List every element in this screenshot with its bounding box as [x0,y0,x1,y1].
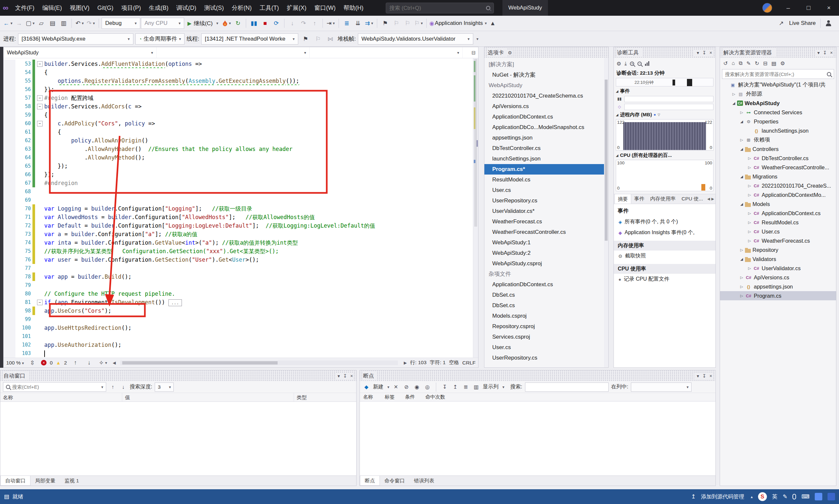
scrollbar-thumb[interactable] [474,59,477,227]
fold-toggle-icon[interactable]: − [37,121,42,126]
code-line-100[interactable]: 100app.UseHttpsRedirection(); [4,324,473,332]
breakpoints-grid[interactable] [360,401,715,475]
panel-header[interactable]: 诊断工具 ▾ ↧ × [614,47,715,58]
breakpoint-margin[interactable] [4,272,15,281]
options-caret-icon[interactable]: ▾ [337,373,340,379]
navbar-member-dropdown[interactable]: ▾ [310,47,463,58]
open-document-item[interactable]: Program.cs* [484,164,608,175]
quick-search-box[interactable] [386,3,494,14]
breakpoint-margin[interactable] [4,85,15,94]
flag-icon[interactable]: ⚑ [300,33,311,44]
code-line-77[interactable]: 77 [4,264,473,272]
zoom-dropdown[interactable]: 100 %▾ [6,360,24,366]
tab-scroll-left-icon[interactable]: ◀ [707,197,710,201]
gear-icon[interactable]: ⚙ [507,50,512,55]
tab-scroll-right-icon[interactable]: ▶ [712,197,714,201]
solution-search-box[interactable] [722,69,834,79]
code-line-62[interactable]: 62 policy.AllowAnyOrigin() [4,136,473,145]
handwriting-icon[interactable]: ✎ [783,493,787,500]
code-line-103[interactable]: 103 [4,349,473,358]
breakpoint-margin[interactable] [4,153,15,162]
show-columns-dropdown[interactable]: 显示列 [483,383,499,390]
breakpoint-margin[interactable] [4,230,15,238]
fold-toggle-icon[interactable]: − [37,95,42,101]
column-header-3[interactable]: 命中次数 [422,394,461,400]
menu-item-7[interactable]: 测试(S) [200,0,228,16]
open-document-item[interactable]: WebApiStudy.csproj [484,258,608,269]
disable-all-breakpoints-icon[interactable]: ◎ [423,384,431,390]
collapsed-arrow-icon[interactable]: ▷ [746,165,753,169]
tree-item[interactable]: ▷C#WeatherForecast.cs [720,236,836,245]
code-line-70[interactable]: 70var Logging = builder.Configuration["L… [4,204,473,213]
open-document-item[interactable]: UserRepository.cs [484,353,608,363]
tree-item[interactable]: ◢Models [720,199,836,209]
properties-icon[interactable]: ⚙ [780,60,785,67]
expanded-arrow-icon[interactable]: ◢ [738,257,745,261]
open-document-item[interactable]: appsettings.json [484,133,608,143]
record-cpu-profile-link[interactable]: ●记录 CPU 配置文件 [614,274,715,285]
collapsed-arrow-icon[interactable]: ▷ [738,248,745,252]
breakpoint-margin[interactable] [4,162,15,170]
tree-item[interactable]: ▷▤外部源 [720,89,836,98]
open-document-item[interactable]: Models.csproj [484,311,608,321]
breakpoint-events-icon[interactable]: ◇ [616,105,623,109]
close-icon[interactable]: × [710,373,712,379]
solution-configurations-dropdown[interactable]: Debug▾ [102,18,140,29]
zoom-in-icon[interactable]: + [630,61,634,66]
breakpoint-margin[interactable] [4,315,15,324]
previous-match-icon[interactable]: ↑ [109,384,117,390]
restart-icon[interactable]: ↻ [233,18,243,29]
collapsed-arrow-icon[interactable]: ▷ [746,193,753,197]
previous-issue-icon[interactable]: ↑ [70,359,81,366]
options-caret-icon[interactable]: ▾ [697,50,699,55]
breakpoint-margin[interactable] [4,136,15,145]
menu-item-0[interactable]: 文件(F) [11,0,38,16]
breakpoint-margin[interactable] [4,170,15,179]
tree-item[interactable]: ▷⊞依赖项 [720,135,836,144]
menu-item-3[interactable]: Git(G) [93,0,117,16]
quick-search-input[interactable] [389,5,486,11]
tree-item[interactable]: ▷C#User.cs [720,227,836,236]
next-bookmark-icon[interactable]: ⚐ [402,18,413,29]
next-match-icon[interactable]: ↓ [119,384,127,390]
code-line-71[interactable]: 71var AllowedHosts = builder.Configurati… [4,213,473,221]
tree-item[interactable]: ▷{}appsettings.json [720,282,836,291]
collapsed-arrow-icon[interactable]: ▷ [746,239,753,243]
sync-with-active-document-icon[interactable]: ↻ [755,60,759,67]
collapsed-arrow-icon[interactable]: ▷ [738,294,745,298]
tray-square-icon[interactable] [815,493,822,500]
columns-icon[interactable]: ▥ [472,384,480,390]
tree-item[interactable]: ◢⚙Properties [720,117,836,126]
options-caret-icon[interactable]: ▾ [817,50,820,55]
ime-indicator[interactable]: 英 [772,493,778,500]
tree-item[interactable]: ▷C#20221020101704_CreateS... [720,181,836,190]
breakpoint-margin[interactable] [4,179,15,187]
code-line-75[interactable]: 75//获取并序列化为某某类型 Configuration.GetSection… [4,247,473,255]
menu-item-6[interactable]: 调试(D) [172,0,200,16]
panel-scrollbar[interactable] [604,58,608,367]
tree-item[interactable]: ▷Repository [720,245,836,254]
source-control-caret-icon[interactable]: ▴ [751,494,753,499]
panel-header[interactable]: 自动窗口 ▾ ↧ × [0,371,356,381]
breakpoint-margin[interactable] [4,255,15,264]
take-snapshot-link[interactable]: ⊙截取快照 [614,251,715,261]
panel-header[interactable]: 断点 ▾ ↧ × [360,371,715,381]
breakpoint-margin[interactable] [4,281,15,289]
application-insights-dropdown[interactable]: Application Insights [435,20,483,26]
breakpoints-tab-0[interactable]: 断点 [360,476,380,486]
breakpoint-margin[interactable] [4,247,15,255]
memory-section-header[interactable]: ◢进程内存 (MB)●▽ [614,111,715,119]
menu-item-10[interactable]: 扩展(X) [283,0,310,16]
tree-item[interactable]: ▷C#Program.cs [720,291,836,300]
tree-item[interactable]: ▷C#ApiVersions.cs [720,273,836,282]
open-document-item[interactable]: WeatherForecast.cs [484,216,608,227]
line-indicator[interactable]: 行: 103 [410,359,426,366]
enable-all-breakpoints-icon[interactable]: ◉ [413,384,421,390]
breakpoint-margin[interactable] [4,264,15,272]
column-header-0[interactable]: 名称 [0,393,122,401]
microphone-icon[interactable] [792,494,796,500]
tray-square-icon[interactable] [827,493,835,500]
collapsed-arrow-icon[interactable]: ▷ [746,211,753,215]
back-icon[interactable]: ↺ [723,60,728,67]
sync-view-icon[interactable]: ⇳ [27,359,38,366]
